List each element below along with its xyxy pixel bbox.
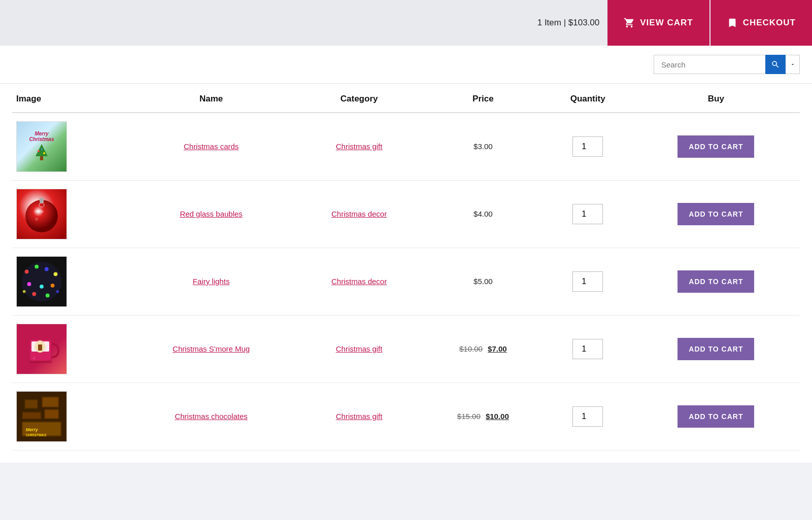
product-category-link[interactable]: Christmas gift [336, 344, 383, 353]
col-buy: Buy [632, 84, 800, 113]
product-category-cell: Christmas decor [295, 248, 423, 316]
quantity-input[interactable] [572, 339, 603, 359]
svg-text:Merry: Merry [26, 427, 39, 432]
svg-text:☃: ☃ [32, 356, 35, 360]
product-category-cell: Christmas decor [295, 181, 423, 248]
product-buy-cell: ADD TO CART [632, 383, 800, 450]
quantity-input[interactable] [572, 271, 603, 292]
product-name-link[interactable]: Christmas S'more Mug [173, 344, 250, 353]
product-table-wrap: Image Name Category Price Quantity Buy M… [0, 84, 812, 463]
product-category-cell: Christmas gift [295, 316, 423, 383]
cart-icon [624, 17, 635, 28]
product-name-cell: Christmas chocolates [127, 383, 295, 450]
add-to-cart-button[interactable]: ADD TO CART [678, 203, 754, 225]
quantity-input[interactable] [572, 136, 603, 157]
product-quantity-cell [544, 248, 632, 316]
svg-rect-39 [43, 398, 58, 407]
product-price: $15.00 $10.00 [457, 412, 509, 421]
add-to-cart-button[interactable]: ADD TO CART [678, 270, 754, 293]
product-price-cell: $4.00 [423, 181, 543, 248]
col-quantity: Quantity [544, 84, 632, 113]
checkout-button[interactable]: CHECKOUT [709, 0, 812, 46]
product-price-cell: $15.00 $10.00 [423, 383, 543, 450]
product-category-cell: Christmas gift [295, 383, 423, 450]
product-price: $4.00 [473, 210, 493, 218]
svg-point-27 [35, 346, 38, 349]
quantity-input[interactable] [572, 406, 603, 427]
product-image: Merry CHRISTMAS [16, 391, 67, 442]
product-price-cell: $3.00 [423, 113, 543, 181]
quantity-input[interactable] [572, 204, 603, 224]
product-buy-cell: ADD TO CART [632, 181, 800, 248]
product-name-link[interactable]: Fairy lights [193, 277, 230, 286]
product-category-link[interactable]: Christmas gift [336, 412, 383, 421]
view-cart-label: VIEW CART [640, 18, 693, 28]
svg-point-28 [43, 346, 46, 349]
svg-point-16 [40, 285, 44, 289]
svg-point-13 [45, 267, 49, 271]
original-price: $15.00 [457, 412, 481, 421]
svg-point-12 [35, 265, 39, 269]
product-image-cell [12, 181, 127, 248]
search-button[interactable] [765, 55, 786, 74]
table-row: Red glass baublesChristmas decor$4.00ADD… [12, 181, 800, 248]
product-image-cell: ☃ [12, 316, 127, 383]
product-name-cell: Red glass baubles [127, 181, 295, 248]
product-buy-cell: ADD TO CART [632, 248, 800, 316]
svg-rect-1 [40, 156, 43, 160]
add-to-cart-button[interactable]: ADD TO CART [678, 338, 754, 360]
product-price-cell: $10.00 $7.00 [423, 316, 543, 383]
product-name-link[interactable]: Red glass baubles [180, 210, 242, 218]
svg-rect-6 [40, 198, 44, 203]
svg-point-4 [41, 149, 43, 150]
svg-point-14 [54, 272, 58, 276]
search-wrapper [654, 55, 800, 74]
checkout-label: CHECKOUT [743, 18, 796, 28]
table-row: ☃ Christmas S'more MugChristmas gift $10… [12, 316, 800, 383]
product-image-cell: Merry CHRISTMAS [12, 383, 127, 450]
search-area [0, 46, 812, 84]
product-name-link[interactable]: Christmas chocolates [175, 412, 247, 421]
svg-rect-41 [23, 412, 41, 419]
product-name-cell: Fairy lights [127, 248, 295, 316]
svg-point-18 [32, 292, 36, 296]
add-to-cart-button[interactable]: ADD TO CART [678, 405, 754, 428]
product-category-link[interactable]: Christmas gift [336, 142, 383, 151]
product-name-cell: Christmas cards [127, 113, 295, 181]
product-image: Merry Christmas [16, 121, 67, 172]
svg-point-8 [35, 218, 38, 221]
svg-rect-30 [29, 361, 52, 363]
svg-point-21 [56, 290, 59, 293]
product-category-link[interactable]: Christmas decor [331, 210, 387, 218]
add-to-cart-button[interactable]: ADD TO CART [678, 135, 754, 158]
product-buy-cell: ADD TO CART [632, 113, 800, 181]
col-image: Image [12, 84, 127, 113]
svg-point-5 [25, 200, 58, 232]
view-cart-button[interactable]: VIEW CART [607, 0, 709, 46]
search-input[interactable] [654, 55, 765, 74]
product-quantity-cell [544, 383, 632, 450]
product-price-cell: $5.00 [423, 248, 543, 316]
sale-price: $10.00 [486, 412, 509, 421]
product-image: ☃ [16, 324, 67, 374]
product-table: Image Name Category Price Quantity Buy M… [12, 84, 800, 450]
svg-rect-43 [45, 410, 58, 418]
search-icon [771, 60, 780, 69]
product-image-cell [12, 248, 127, 316]
table-header-row: Image Name Category Price Quantity Buy [12, 84, 800, 113]
svg-point-15 [27, 282, 31, 286]
svg-point-3 [43, 152, 45, 154]
product-category-cell: Christmas gift [295, 113, 423, 181]
product-category-link[interactable]: Christmas decor [331, 277, 387, 286]
table-row: Merry Christmas Christmas cardsChristmas… [12, 113, 800, 181]
search-dropdown-toggle[interactable] [786, 55, 800, 74]
product-name-link[interactable]: Christmas cards [184, 142, 239, 151]
original-price: $10.00 [459, 344, 483, 353]
svg-marker-0 [36, 144, 48, 156]
svg-rect-26 [38, 344, 42, 351]
col-price: Price [423, 84, 543, 113]
product-price: $5.00 [473, 277, 493, 286]
sale-price: $7.00 [488, 344, 507, 353]
table-row: Fairy lightsChristmas decor$5.00ADD TO C… [12, 248, 800, 316]
product-price: $10.00 $7.00 [459, 344, 507, 353]
